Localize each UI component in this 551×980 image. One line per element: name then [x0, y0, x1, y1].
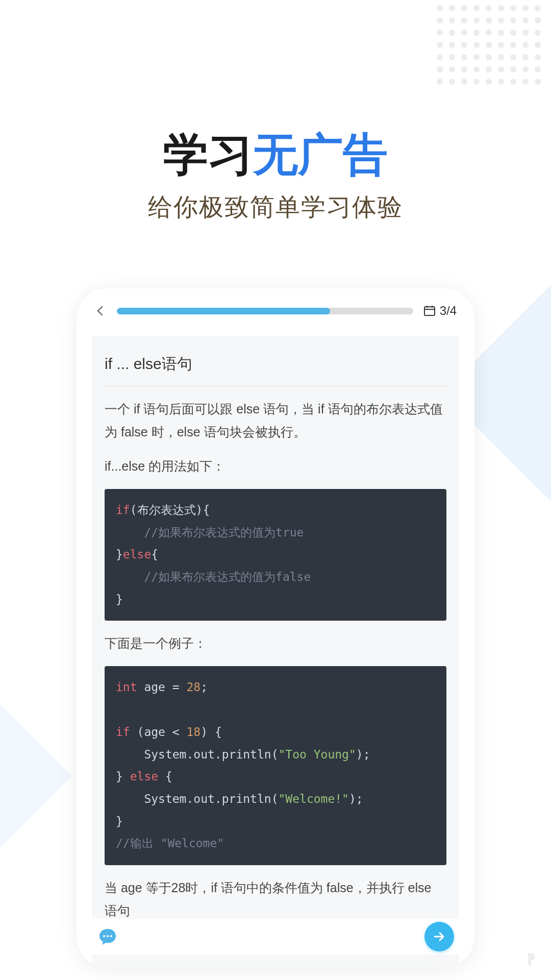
svg-point-2: [107, 935, 109, 937]
code-text: {: [158, 770, 172, 783]
back-button[interactable]: [94, 305, 107, 317]
code-text: {: [151, 548, 158, 561]
code-block: int age = 28; if (age < 18) { System.out…: [105, 666, 446, 865]
progress-bar: [117, 308, 413, 314]
decorative-dot-grid: [437, 5, 541, 85]
hero-subtitle: 给你极致简单学习体验: [0, 191, 551, 224]
code-number: 18: [186, 725, 201, 739]
code-string: "Too Young": [279, 748, 356, 761]
code-text: }: [116, 593, 123, 606]
lesson-paragraph: 当 age 等于28时，if 语句中的条件值为 false，并执行 else 语…: [105, 876, 446, 922]
lesson-paragraph: 下面是一个例子：: [105, 632, 446, 655]
code-text: age =: [137, 680, 187, 694]
svg-point-3: [110, 935, 112, 937]
phone-mockup: 3/4 if ... else语句 一个 if 语句后面可以跟 else 语句，…: [77, 288, 474, 967]
code-text: ) {: [201, 725, 222, 739]
arrow-right-icon: [432, 929, 447, 944]
code-text: ;: [201, 680, 208, 694]
svg-point-1: [103, 935, 105, 937]
code-text: }: [116, 548, 123, 561]
code-text: );: [356, 748, 370, 761]
hero-title-part2: 无广告: [253, 129, 388, 180]
chat-icon: [97, 926, 118, 947]
svg-rect-0: [424, 307, 435, 315]
code-string: "Welcome!": [279, 792, 349, 805]
code-text: System.out.println(: [116, 748, 279, 761]
code-text: (age <: [130, 725, 187, 739]
lesson-paragraph: 一个 if 语句后面可以跟 else 语句，当 if 语句的布尔表达式值为 fa…: [105, 398, 446, 444]
lesson-content[interactable]: if ... else语句 一个 if 语句后面可以跟 else 语句，当 if…: [92, 336, 459, 967]
watermark-icon: [523, 949, 543, 972]
next-button[interactable]: [424, 922, 454, 951]
bottom-action-bar: [92, 919, 459, 954]
page-count-text: 3/4: [440, 304, 457, 318]
code-text: System.out.println(: [116, 792, 279, 805]
code-comment: //如果布尔表达式的值为true: [116, 526, 304, 539]
code-keyword: else: [123, 548, 151, 561]
lesson-paragraph: if...else 的用法如下：: [105, 455, 446, 478]
code-keyword: if: [116, 503, 130, 517]
code-comment: //如果布尔表达式的值为false: [116, 570, 311, 583]
code-text: }: [116, 815, 123, 828]
page-counter: 3/4: [423, 304, 457, 318]
code-text: }: [116, 770, 130, 783]
code-number: 28: [186, 680, 201, 694]
hero-title-part1: 学习: [163, 129, 253, 180]
code-comment: //输出 "Welcome": [116, 837, 224, 850]
code-keyword: if: [116, 725, 130, 739]
chevron-left-icon: [94, 305, 107, 317]
lesson-title: if ... else语句: [105, 354, 446, 386]
decorative-shape: [0, 704, 72, 848]
code-text: );: [349, 792, 363, 805]
hero-title: 学习无广告: [0, 128, 551, 182]
chat-button[interactable]: [97, 926, 118, 947]
code-type: int: [116, 680, 137, 694]
progress-fill: [117, 308, 330, 314]
code-keyword: else: [130, 770, 158, 783]
code-block: if(布尔表达式){ //如果布尔表达式的值为true }else{ //如果布…: [105, 489, 446, 621]
code-text: (布尔表达式){: [130, 503, 210, 517]
calendar-icon: [423, 305, 436, 316]
lesson-top-bar: 3/4: [92, 304, 459, 318]
